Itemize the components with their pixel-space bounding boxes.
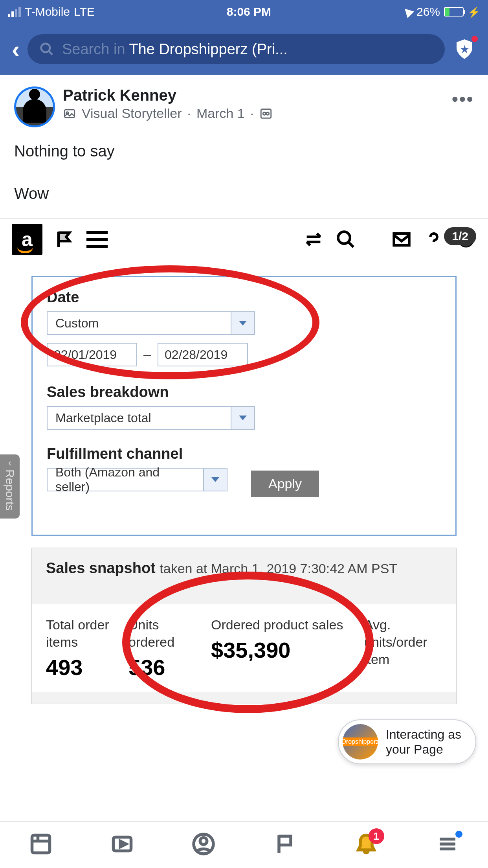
date-label: Date bbox=[47, 289, 441, 306]
amazon-logo: a bbox=[12, 224, 42, 255]
date-inputs: 02/01/2019 – 02/28/2019 bbox=[47, 343, 441, 366]
reports-tab: › Reports bbox=[0, 454, 20, 519]
svg-rect-9 bbox=[394, 234, 409, 245]
mail-icon bbox=[391, 229, 412, 250]
feed-icon bbox=[29, 832, 53, 856]
battery-icon bbox=[444, 7, 464, 17]
tab-pages[interactable] bbox=[273, 832, 297, 857]
svg-marker-15 bbox=[120, 841, 126, 847]
flag-icon bbox=[273, 832, 297, 856]
date-to: 02/28/2019 bbox=[158, 343, 248, 366]
dropdown-icon bbox=[231, 312, 254, 334]
charging-icon bbox=[468, 5, 480, 18]
bottom-nav: 1 bbox=[0, 821, 488, 868]
post-menu-button[interactable]: ••• bbox=[452, 86, 474, 110]
notification-badge: 1 bbox=[369, 828, 384, 844]
author-name[interactable]: Patrick Kenney bbox=[63, 86, 444, 104]
search-field[interactable]: Search in The Dropshipperz (Pri... bbox=[28, 34, 445, 64]
search-placeholder: Search in The Dropshipperz (Pri... bbox=[62, 41, 288, 58]
metric-total-order-items: Total order items 493 bbox=[46, 616, 113, 680]
back-button[interactable]: ‹ bbox=[12, 36, 20, 63]
channel-select: Both (Amazon and seller) bbox=[47, 468, 227, 491]
search-icon bbox=[336, 229, 356, 250]
post-body: Nothing to say Wow bbox=[0, 131, 488, 218]
tab-menu[interactable] bbox=[436, 832, 459, 857]
svg-point-0 bbox=[41, 44, 50, 52]
svg-point-7 bbox=[338, 232, 350, 244]
snapshot-title: Sales snapshot taken at March 1, 2019 7:… bbox=[46, 560, 442, 577]
avatar[interactable] bbox=[14, 86, 55, 127]
status-bar: T-Mobile LTE 8:06 PM 26% bbox=[0, 0, 488, 24]
date-from: 02/01/2019 bbox=[47, 343, 137, 366]
page-avatar: Dropshipperz bbox=[343, 724, 378, 760]
status-right: 26% bbox=[403, 5, 480, 18]
star-icon: ★ bbox=[460, 43, 470, 56]
tab-feed[interactable] bbox=[29, 832, 53, 857]
audience-icon bbox=[259, 107, 273, 120]
carrier-label: T-Mobile bbox=[25, 5, 70, 18]
badge-icon bbox=[63, 107, 76, 120]
signal-icon bbox=[8, 7, 21, 17]
network-label: LTE bbox=[74, 5, 95, 18]
dropdown-icon bbox=[231, 407, 254, 429]
post-header: Patrick Kenney Visual Storyteller · Marc… bbox=[0, 75, 488, 131]
status-left: T-Mobile LTE bbox=[8, 5, 95, 18]
help-icon bbox=[424, 229, 444, 250]
svg-point-6 bbox=[266, 112, 269, 115]
svg-rect-11 bbox=[32, 835, 50, 853]
dropdown-icon bbox=[203, 469, 227, 491]
post-text-2: Wow bbox=[14, 181, 474, 206]
watch-icon bbox=[110, 832, 134, 856]
interacting-label: Interacting as your Page bbox=[386, 727, 461, 757]
date-range-select: Custom bbox=[47, 311, 255, 335]
notification-dot bbox=[471, 36, 478, 42]
app-header: ‹ Search in The Dropshipperz (Pri... ★ bbox=[0, 24, 488, 75]
amazon-toolbar: a 1/2 bbox=[0, 219, 488, 260]
channel-label: Fulfillment channel bbox=[47, 445, 441, 462]
notification-dot bbox=[455, 831, 462, 838]
filters-panel: Date Custom 02/01/2019 – 02/28/2019 Sale… bbox=[31, 276, 457, 536]
location-icon bbox=[402, 6, 415, 18]
chevron-right-icon: › bbox=[8, 458, 11, 469]
metric-units-ordered: Units ordered 536 bbox=[128, 616, 195, 680]
metrics-row: Total order items 493 Units ordered 536 … bbox=[32, 604, 456, 692]
search-icon bbox=[39, 42, 54, 57]
post-text-1: Nothing to say bbox=[14, 138, 474, 164]
tab-watch[interactable] bbox=[110, 832, 134, 857]
author-badge: Visual Storyteller bbox=[82, 106, 182, 121]
breakdown-select: Marketplace total bbox=[47, 406, 255, 430]
flag-icon bbox=[54, 229, 75, 250]
svg-point-5 bbox=[263, 112, 266, 115]
clock: 8:06 PM bbox=[227, 5, 271, 18]
profile-icon bbox=[192, 832, 215, 856]
shield-button[interactable]: ★ bbox=[453, 37, 476, 61]
svg-line-8 bbox=[349, 242, 354, 247]
svg-line-1 bbox=[49, 51, 53, 55]
swap-icon bbox=[303, 229, 324, 250]
hamburger-icon bbox=[86, 231, 108, 248]
tab-profile[interactable] bbox=[192, 832, 215, 857]
battery-percent: 26% bbox=[416, 5, 440, 18]
sales-snapshot: Sales snapshot taken at March 1, 2019 7:… bbox=[31, 548, 457, 704]
image-counter: 1/2 bbox=[444, 227, 476, 245]
post-image[interactable]: a 1/2 Date Custom 02/01/2019 – 02/28/201… bbox=[0, 218, 488, 780]
post-date[interactable]: March 1 bbox=[196, 106, 245, 121]
metric-avg-units: Avg. units/order item bbox=[364, 616, 451, 680]
breakdown-label: Sales breakdown bbox=[47, 384, 441, 401]
svg-point-17 bbox=[200, 838, 207, 845]
interacting-bubble[interactable]: Dropshipperz Interacting as your Page bbox=[338, 719, 476, 764]
tab-notifications[interactable]: 1 bbox=[354, 832, 378, 857]
apply-button: Apply bbox=[251, 471, 319, 497]
metric-ordered-sales: Ordered product sales $35,390 bbox=[211, 616, 349, 680]
